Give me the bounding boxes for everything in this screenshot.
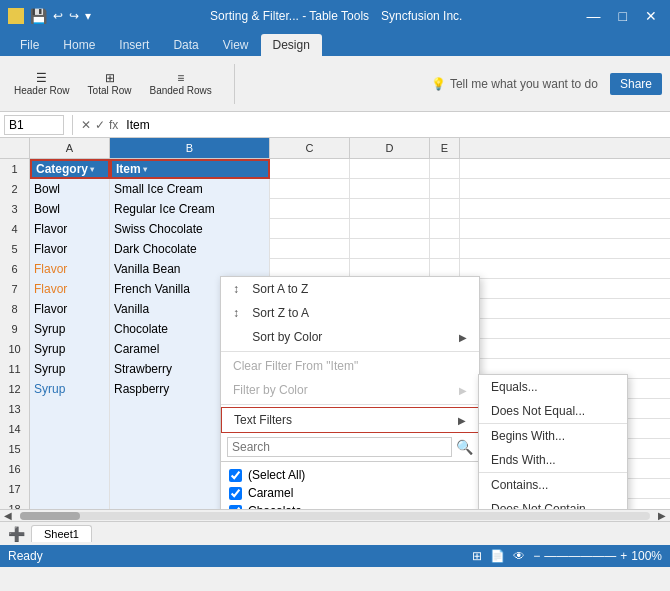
cell-e1[interactable] [430, 159, 460, 179]
tab-data[interactable]: Data [161, 34, 210, 56]
cell-a9[interactable]: Syrup [30, 319, 110, 339]
cell-b1[interactable]: Item ▾ [110, 159, 270, 179]
sort-az-icon: ↕ [233, 282, 249, 296]
filter-item-caramel[interactable]: Caramel [227, 484, 473, 502]
layout-preview-icon[interactable]: 👁 [513, 549, 525, 563]
scroll-thumb[interactable] [20, 512, 80, 520]
filter-by-color-item: Filter by Color ▶ [221, 378, 479, 402]
cell-b4[interactable]: Swiss Chocolate [110, 219, 270, 239]
cell-b2[interactable]: Small Ice Cream [110, 179, 270, 199]
formula-input[interactable] [122, 115, 666, 135]
ribbon-content: ☰ Header Row ⊞ Total Row ≡ Banded Rows 💡… [0, 56, 670, 112]
cell-a7[interactable]: Flavor [30, 279, 110, 299]
chevron-right-textfilter-icon: ▶ [458, 415, 466, 426]
col-header-e[interactable]: E [430, 138, 460, 158]
total-row-btn[interactable]: ⊞ Total Row [82, 67, 138, 100]
filter-item-select-all[interactable]: (Select All) [227, 466, 473, 484]
cell-a2[interactable]: Bowl [30, 179, 110, 199]
insert-function-icon[interactable]: fx [109, 118, 118, 132]
total-row-icon: ⊞ [105, 71, 115, 85]
tf-not-contains[interactable]: Does Not Contain... [479, 497, 627, 509]
redo-icon[interactable]: ↪ [69, 9, 79, 23]
ribbon-section-main: ☰ Header Row ⊞ Total Row ≡ Banded Rows [8, 67, 218, 100]
filter-item-chocolate[interactable]: Chocolate [227, 502, 473, 509]
status-bar: Ready ⊞ 📄 👁 − —————— + 100% [0, 545, 670, 567]
title-bar: 💾 ↩ ↪ ▾ Sorting & Filter... - Table Tool… [0, 0, 670, 32]
text-filters-item[interactable]: Text Filters ▶ [221, 407, 479, 433]
scroll-left-icon[interactable]: ◀ [0, 510, 16, 521]
cell-b5[interactable]: Dark Chocolate [110, 239, 270, 259]
cell-a10[interactable]: Syrup [30, 339, 110, 359]
header-row-btn[interactable]: ☰ Header Row [8, 67, 76, 100]
formula-icons: ✕ ✓ fx [81, 118, 118, 132]
zoom-out-icon[interactable]: − [533, 549, 540, 563]
table-row: 5 Flavor Dark Chocolate [0, 239, 670, 259]
h-scrollbar[interactable]: ◀ ▶ [0, 509, 670, 521]
filter-search-row: 🔍 [221, 433, 479, 462]
search-icon: 🔍 [456, 439, 473, 455]
tab-insert[interactable]: Insert [107, 34, 161, 56]
col-header-b[interactable]: B [110, 138, 270, 158]
cell-d1[interactable] [350, 159, 430, 179]
new-sheet-icon[interactable]: ➕ [4, 526, 29, 542]
undo-icon[interactable]: ↩ [53, 9, 63, 23]
spreadsheet: A B C D E 1 Category ▾ Item ▾ [0, 138, 670, 545]
save-icon[interactable]: 💾 [30, 8, 47, 24]
cell-a3[interactable]: Bowl [30, 199, 110, 219]
cell-a6[interactable]: Flavor [30, 259, 110, 279]
ready-status: Ready [8, 549, 43, 563]
close-btn[interactable]: ✕ [640, 6, 662, 26]
zoom-in-icon[interactable]: + [620, 549, 627, 563]
filter-items-list: (Select All) Caramel Chocolate Dark Choc… [221, 462, 479, 509]
lightbulb-icon: 💡 [431, 77, 446, 91]
banded-rows-btn[interactable]: ≡ Banded Rows [144, 67, 218, 100]
chevron-right-disabled-icon: ▶ [459, 385, 467, 396]
tf-contains[interactable]: Contains... [479, 473, 627, 497]
scroll-right-icon[interactable]: ▶ [654, 510, 670, 521]
tab-file[interactable]: File [8, 34, 51, 56]
sort-az-item[interactable]: ↕ Sort A to Z [221, 277, 479, 301]
col-header-a[interactable]: A [30, 138, 110, 158]
layout-normal-icon[interactable]: ⊞ [472, 549, 482, 563]
scroll-track[interactable] [20, 512, 650, 520]
filter-dropdown-menu: ↕ Sort A to Z ↕ Sort Z to A Sort by Colo… [220, 276, 480, 509]
sheet-wrapper: A B C D E 1 Category ▾ Item ▾ [0, 138, 670, 509]
cell-a8[interactable]: Flavor [30, 299, 110, 319]
tf-ends-with[interactable]: Ends With... [479, 448, 627, 472]
sort-by-color-item[interactable]: Sort by Color ▶ [221, 325, 479, 349]
tf-not-equal[interactable]: Does Not Equal... [479, 399, 627, 423]
cell-b3[interactable]: Regular Ice Cream [110, 199, 270, 219]
table-row: 4 Flavor Swiss Chocolate [0, 219, 670, 239]
minimize-btn[interactable]: — [582, 6, 606, 26]
sheet-tab-sheet1[interactable]: Sheet1 [31, 525, 92, 542]
tab-home[interactable]: Home [51, 34, 107, 56]
cell-c1[interactable] [270, 159, 350, 179]
tf-equals[interactable]: Equals... [479, 375, 627, 399]
tab-design[interactable]: Design [261, 34, 322, 56]
window-title: Sorting & Filter... - Table Tools [210, 9, 369, 23]
tell-me-text: Tell me what you want to do [450, 77, 598, 91]
tab-view[interactable]: View [211, 34, 261, 56]
share-button[interactable]: Share [610, 73, 662, 95]
cell-a5[interactable]: Flavor [30, 239, 110, 259]
customize-icon[interactable]: ▾ [85, 9, 91, 23]
tell-me[interactable]: 💡 Tell me what you want to do [431, 77, 598, 91]
tf-begins-with[interactable]: Begins With... [479, 424, 627, 448]
cell-a12[interactable]: Syrup [30, 379, 110, 399]
sort-za-item[interactable]: ↕ Sort Z to A [221, 301, 479, 325]
cell-a4[interactable]: Flavor [30, 219, 110, 239]
banded-rows-label: Banded Rows [150, 85, 212, 96]
col-header-c[interactable]: C [270, 138, 350, 158]
maximize-btn[interactable]: □ [614, 6, 632, 26]
cell-a11[interactable]: Syrup [30, 359, 110, 379]
cancel-formula-icon[interactable]: ✕ [81, 118, 91, 132]
row-num-1: 1 [0, 159, 30, 179]
zoom-slider[interactable]: —————— [544, 549, 616, 563]
col-header-d[interactable]: D [350, 138, 430, 158]
confirm-formula-icon[interactable]: ✓ [95, 118, 105, 132]
cell-reference[interactable] [4, 115, 64, 135]
table-row: 3 Bowl Regular Ice Cream [0, 199, 670, 219]
cell-a1[interactable]: Category ▾ [30, 159, 110, 179]
layout-page-icon[interactable]: 📄 [490, 549, 505, 563]
search-input[interactable] [227, 437, 452, 457]
